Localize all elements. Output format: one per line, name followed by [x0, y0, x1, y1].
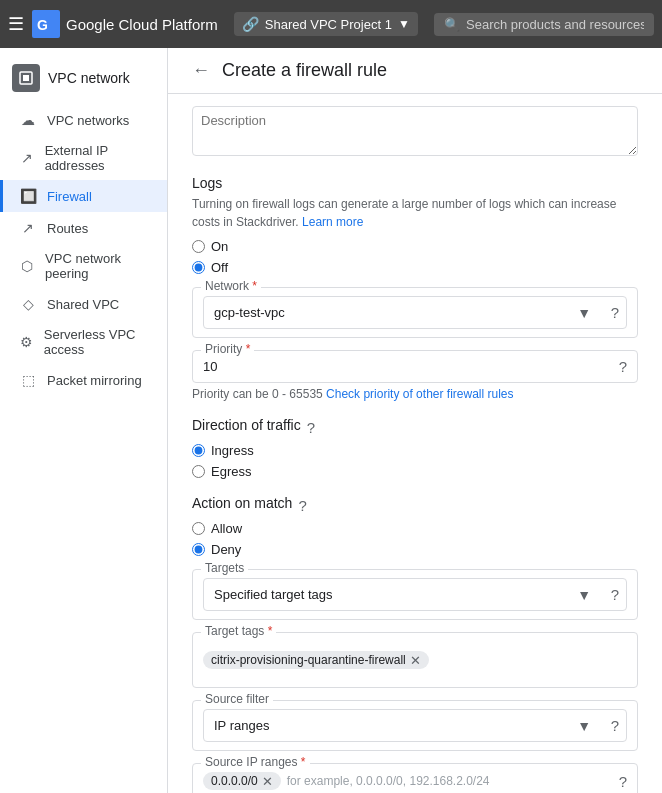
logs-radio-group: On Off — [192, 239, 638, 275]
direction-egress-radio[interactable] — [192, 465, 205, 478]
sidebar-item-routes[interactable]: ↗ Routes — [0, 212, 167, 244]
priority-hint-link[interactable]: Check priority of other firewall rules — [326, 387, 513, 401]
target-tags-input[interactable]: citrix-provisioning-quarantine-firewall … — [203, 641, 627, 679]
sidebar-item-label: VPC networks — [47, 113, 129, 128]
direction-section: Direction of traffic ? Ingress Egress — [192, 417, 638, 479]
targets-field: Targets Specified target tags ▼ ? — [192, 569, 638, 620]
direction-ingress-radio[interactable] — [192, 444, 205, 457]
direction-ingress-label: Ingress — [211, 443, 254, 458]
priority-hint: Priority can be 0 - 65535 Check priority… — [192, 387, 638, 401]
action-deny-radio[interactable] — [192, 543, 205, 556]
tag-remove-button[interactable]: ✕ — [410, 654, 421, 667]
sidebar: VPC network ☁ VPC networks ↗ External IP… — [0, 48, 168, 793]
gcp-logo-icon: G — [32, 10, 60, 38]
direction-title: Direction of traffic — [192, 417, 301, 433]
source-filter-help-icon[interactable]: ? — [611, 717, 619, 734]
logs-off-radio[interactable] — [192, 261, 205, 274]
topbar: ☰ G Google Cloud Platform 🔗 Shared VPC P… — [0, 0, 662, 48]
priority-field: Priority ? — [192, 350, 638, 383]
source-ip-input[interactable]: 0.0.0.0/0 ✕ for example, 0.0.0.0/0, 192.… — [203, 772, 627, 790]
menu-icon[interactable]: ☰ — [8, 13, 24, 35]
search-icon: 🔍 — [444, 17, 460, 32]
svg-text:G: G — [37, 17, 48, 33]
description-textarea[interactable] — [192, 106, 638, 156]
action-title-row: Action on match ? — [192, 495, 638, 515]
ip-placeholder: for example, 0.0.0.0/0, 192.168.2.0/24 — [287, 774, 490, 788]
action-help-icon[interactable]: ? — [298, 497, 306, 514]
search-bar[interactable]: 🔍 — [434, 13, 654, 36]
targets-select[interactable]: Specified target tags — [203, 578, 627, 611]
source-filter-select[interactable]: IP ranges — [203, 709, 627, 742]
action-allow-option[interactable]: Allow — [192, 521, 638, 536]
sidebar-item-serverless-vpc[interactable]: ⚙ Serverless VPC access — [0, 320, 167, 364]
logs-learn-more-link[interactable]: Learn more — [302, 215, 363, 229]
target-tags-label: Target tags — [201, 624, 276, 638]
topbar-logo: G Google Cloud Platform — [32, 10, 218, 38]
priority-input-wrapper: ? — [203, 359, 627, 374]
main-content: ← Create a firewall rule Logs Turning on… — [168, 48, 662, 793]
action-radio-group: Allow Deny — [192, 521, 638, 557]
direction-help-icon[interactable]: ? — [307, 419, 315, 436]
sidebar-item-label: Serverless VPC access — [44, 327, 155, 357]
targets-help-icon[interactable]: ? — [611, 586, 619, 603]
project-chevron-icon: ▼ — [398, 17, 410, 31]
sidebar-item-label: Shared VPC — [47, 297, 119, 312]
vpc-peering-icon: ⬡ — [19, 257, 35, 275]
app-container: VPC network ☁ VPC networks ↗ External IP… — [0, 48, 662, 793]
back-button[interactable]: ← — [192, 60, 210, 81]
sidebar-item-label: External IP addresses — [45, 143, 155, 173]
target-tag-chip: citrix-provisioning-quarantine-firewall … — [203, 651, 429, 669]
target-tags-field: Target tags citrix-provisioning-quaranti… — [192, 632, 638, 688]
packet-mirroring-icon: ⬚ — [19, 371, 37, 389]
direction-egress-option[interactable]: Egress — [192, 464, 638, 479]
priority-input[interactable] — [203, 359, 627, 374]
source-filter-select-wrapper: IP ranges ▼ ? — [203, 709, 627, 742]
action-allow-label: Allow — [211, 521, 242, 536]
sidebar-item-packet-mirroring[interactable]: ⬚ Packet mirroring — [0, 364, 167, 396]
logs-off-option[interactable]: Off — [192, 260, 638, 275]
topbar-title: Google Cloud Platform — [66, 16, 218, 33]
action-section: Action on match ? Allow Deny — [192, 495, 638, 557]
sidebar-item-label: Routes — [47, 221, 88, 236]
external-ip-icon: ↗ — [19, 149, 35, 167]
logs-on-radio[interactable] — [192, 240, 205, 253]
source-filter-field: Source filter IP ranges ▼ ? — [192, 700, 638, 751]
sidebar-item-shared-vpc[interactable]: ◇ Shared VPC — [0, 288, 167, 320]
source-filter-label: Source filter — [201, 692, 273, 706]
tag-label: citrix-provisioning-quarantine-firewall — [211, 653, 406, 667]
serverless-vpc-icon: ⚙ — [19, 333, 34, 351]
sidebar-item-label: Packet mirroring — [47, 373, 142, 388]
sidebar-item-firewall[interactable]: 🔲 Firewall — [0, 180, 167, 212]
direction-title-row: Direction of traffic ? — [192, 417, 638, 437]
network-select-wrapper: gcp-test-vpc ▼ ? — [203, 296, 627, 329]
project-selector[interactable]: 🔗 Shared VPC Project 1 ▼ — [234, 12, 418, 36]
action-allow-radio[interactable] — [192, 522, 205, 535]
priority-help-icon[interactable]: ? — [619, 358, 627, 375]
logs-title: Logs — [192, 175, 638, 191]
ip-remove-button[interactable]: ✕ — [262, 775, 273, 788]
sidebar-item-label: Firewall — [47, 189, 92, 204]
svg-rect-3 — [23, 75, 29, 81]
page-title: Create a firewall rule — [222, 60, 387, 81]
direction-egress-label: Egress — [211, 464, 251, 479]
action-deny-option[interactable]: Deny — [192, 542, 638, 557]
vpc-networks-icon: ☁ — [19, 111, 37, 129]
logs-off-label: Off — [211, 260, 228, 275]
source-ip-help-icon[interactable]: ? — [619, 773, 627, 790]
sidebar-item-vpc-peering[interactable]: ⬡ VPC network peering — [0, 244, 167, 288]
source-ip-label: Source IP ranges — [201, 755, 310, 769]
network-help-icon[interactable]: ? — [611, 304, 619, 321]
sidebar-item-vpc-networks[interactable]: ☁ VPC networks — [0, 104, 167, 136]
sidebar-item-external-ip[interactable]: ↗ External IP addresses — [0, 136, 167, 180]
project-icon: 🔗 — [242, 16, 259, 32]
ip-value: 0.0.0.0/0 — [211, 774, 258, 788]
targets-label: Targets — [201, 561, 248, 575]
search-input[interactable] — [466, 17, 644, 32]
shared-vpc-icon: ◇ — [19, 295, 37, 313]
logs-section: Logs Turning on firewall logs can genera… — [192, 175, 638, 275]
form-area: Logs Turning on firewall logs can genera… — [168, 94, 662, 793]
project-name: Shared VPC Project 1 — [265, 17, 392, 32]
direction-ingress-option[interactable]: Ingress — [192, 443, 638, 458]
logs-on-option[interactable]: On — [192, 239, 638, 254]
network-select[interactable]: gcp-test-vpc — [203, 296, 627, 329]
